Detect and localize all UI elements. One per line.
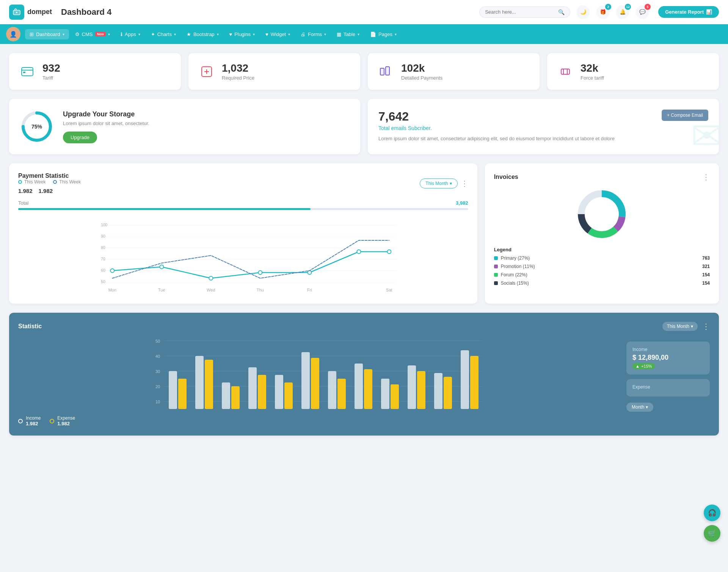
statistic-filter-chevron: ▾ bbox=[691, 324, 693, 329]
logo: dompet bbox=[9, 5, 52, 20]
legend-label-1: This Week bbox=[59, 179, 80, 185]
chart-row: Payment Statistic This Week This Week 1.… bbox=[9, 163, 719, 304]
filter-chevron: ▾ bbox=[450, 181, 452, 186]
price-icon bbox=[198, 63, 216, 81]
total-label: Total bbox=[18, 200, 28, 206]
search-input[interactable] bbox=[485, 9, 555, 15]
main-content: 932 Tariff 1,032 Required Price 102k Det… bbox=[0, 44, 728, 445]
filter-button[interactable]: This Month ▾ bbox=[420, 179, 457, 188]
dashboard-icon: ⊞ bbox=[30, 31, 34, 37]
payment-header: Payment Statistic This Week This Week 1.… bbox=[18, 172, 468, 194]
storage-percent: 75% bbox=[31, 124, 42, 130]
generate-report-button[interactable]: Generate Report 📊 bbox=[658, 6, 719, 18]
month-filter-label: Month bbox=[632, 404, 644, 410]
nav-bar: 👤 ⊞ Dashboard ▾ ⚙ CMS New ▾ ℹ Apps ▾ ✦ C… bbox=[0, 24, 728, 44]
bell-badge: 12 bbox=[625, 4, 631, 10]
bootstrap-icon: ★ bbox=[187, 31, 191, 37]
svg-point-31 bbox=[209, 276, 213, 280]
invoices-more-button[interactable]: ⋮ bbox=[702, 172, 710, 182]
income-badge: ▲ +15% bbox=[632, 363, 655, 369]
payment-legend: This Week This Week bbox=[18, 179, 81, 185]
legend-item-0: This Week bbox=[18, 179, 46, 185]
svg-rect-58 bbox=[178, 379, 187, 409]
more-button[interactable]: ⋮ bbox=[461, 179, 468, 188]
income-box: Income $ 12,890,00 ▲ +15% bbox=[626, 342, 710, 375]
stat-card-price: 1,032 Required Price bbox=[188, 53, 360, 90]
svg-rect-57 bbox=[169, 371, 177, 409]
statistic-controls: This Month ▾ ⋮ bbox=[662, 322, 710, 331]
stat-info-payments: 102k Detalled Payments bbox=[401, 62, 442, 81]
nav-item-widget[interactable]: ♥ Widget ▾ bbox=[261, 29, 295, 39]
progress-bar bbox=[18, 208, 468, 210]
nav-item-dashboard[interactable]: ⊞ Dashboard ▾ bbox=[25, 29, 69, 39]
statistic-card: Statistic This Month ▾ ⋮ 50 40 30 20 10 bbox=[9, 313, 719, 436]
svg-text:Mon: Mon bbox=[108, 288, 116, 292]
legend-values: 1.982 1.982 bbox=[18, 188, 81, 194]
month-filter-button[interactable]: Month ▾ bbox=[626, 403, 653, 412]
month-filter-wrapper: Month ▾ bbox=[626, 403, 710, 412]
income-legend-item: Income 1.982 bbox=[18, 415, 41, 426]
svg-point-35 bbox=[387, 250, 391, 254]
statistic-body: 50 40 30 20 10 bbox=[18, 337, 710, 426]
nav-item-forms[interactable]: 🖨 Forms ▾ bbox=[296, 29, 331, 39]
svg-point-30 bbox=[160, 265, 163, 269]
svg-rect-59 bbox=[195, 356, 204, 409]
stat-value-payments: 102k bbox=[401, 62, 442, 74]
legend-heading: Legend bbox=[494, 247, 710, 252]
nav-item-cms[interactable]: ⚙ CMS New ▾ bbox=[71, 29, 115, 39]
legend-row-val-3: 154 bbox=[702, 281, 710, 286]
nav-item-table[interactable]: ▦ Table ▾ bbox=[332, 29, 364, 39]
svg-rect-72 bbox=[364, 369, 372, 409]
upgrade-button[interactable]: Upgrade bbox=[63, 132, 97, 143]
statistic-filter-button[interactable]: This Month ▾ bbox=[662, 322, 698, 331]
moon-btn[interactable]: 🌙 bbox=[576, 5, 590, 19]
nav-item-bootstrap[interactable]: ★ Bootstrap ▾ bbox=[182, 29, 223, 39]
bootstrap-chevron: ▾ bbox=[217, 32, 219, 36]
progress-fill bbox=[18, 208, 311, 210]
income-box-label: Income bbox=[632, 347, 704, 352]
statistic-more-button[interactable]: ⋮ bbox=[702, 322, 710, 331]
gift-btn[interactable]: 🎁 2 bbox=[596, 5, 610, 19]
bar-chart-svg: 50 40 30 20 10 bbox=[18, 337, 619, 413]
svg-rect-2 bbox=[22, 67, 33, 76]
legend-row-label-2: Forum (22%) bbox=[501, 272, 699, 277]
nav-item-plugins[interactable]: ♥ Plugins ▾ bbox=[225, 29, 259, 39]
nav-label-widget: Widget bbox=[271, 31, 286, 37]
search-bar[interactable]: 🔍 bbox=[479, 6, 570, 18]
svg-text:70: 70 bbox=[101, 257, 105, 261]
stat-value-force: 32k bbox=[581, 62, 604, 74]
income-legend-val: 1.982 bbox=[26, 421, 41, 426]
nav-item-charts[interactable]: ✦ Charts ▾ bbox=[146, 29, 180, 39]
gift-badge: 2 bbox=[605, 4, 611, 10]
bell-btn[interactable]: 🔔 12 bbox=[616, 5, 629, 19]
nav-avatar: 👤 bbox=[6, 27, 20, 41]
bar-chart-icon: 📊 bbox=[706, 9, 712, 15]
svg-rect-62 bbox=[231, 386, 240, 409]
forms-chevron: ▾ bbox=[324, 32, 326, 36]
statistic-filter-label: This Month bbox=[667, 324, 689, 329]
nav-item-pages[interactable]: 📄 Pages ▾ bbox=[366, 29, 401, 39]
svg-rect-63 bbox=[248, 367, 257, 409]
nav-item-apps[interactable]: ℹ Apps ▾ bbox=[116, 29, 145, 39]
header-icons: 🌙 🎁 2 🔔 12 💬 5 Generate Report 📊 bbox=[576, 5, 719, 19]
income-legend-circle bbox=[18, 419, 23, 423]
chat-btn[interactable]: 💬 5 bbox=[635, 5, 649, 19]
legend-sq-3 bbox=[494, 281, 498, 285]
payment-left: Payment Statistic This Week This Week 1.… bbox=[18, 172, 81, 194]
invoices-donut-wrapper bbox=[494, 188, 710, 241]
svg-rect-74 bbox=[391, 384, 399, 409]
svg-rect-70 bbox=[337, 379, 346, 409]
payment-filter: This Month ▾ ⋮ bbox=[420, 179, 468, 188]
svg-text:Sat: Sat bbox=[386, 288, 392, 292]
stat-card-payments: 102k Detalled Payments bbox=[368, 53, 540, 90]
statistic-title: Statistic bbox=[18, 323, 42, 330]
payment-card: Payment Statistic This Week This Week 1.… bbox=[9, 163, 477, 304]
up-arrow-icon: ▲ bbox=[635, 364, 640, 368]
nav-label-table: Table bbox=[344, 31, 355, 37]
svg-rect-65 bbox=[275, 375, 283, 409]
svg-point-33 bbox=[308, 271, 311, 274]
nav-label-dashboard: Dashboard bbox=[36, 31, 60, 37]
expense-legend-circle bbox=[50, 419, 54, 423]
legend-row-label-3: Socials (15%) bbox=[501, 281, 699, 286]
stat-label-price: Required Price bbox=[222, 75, 254, 81]
